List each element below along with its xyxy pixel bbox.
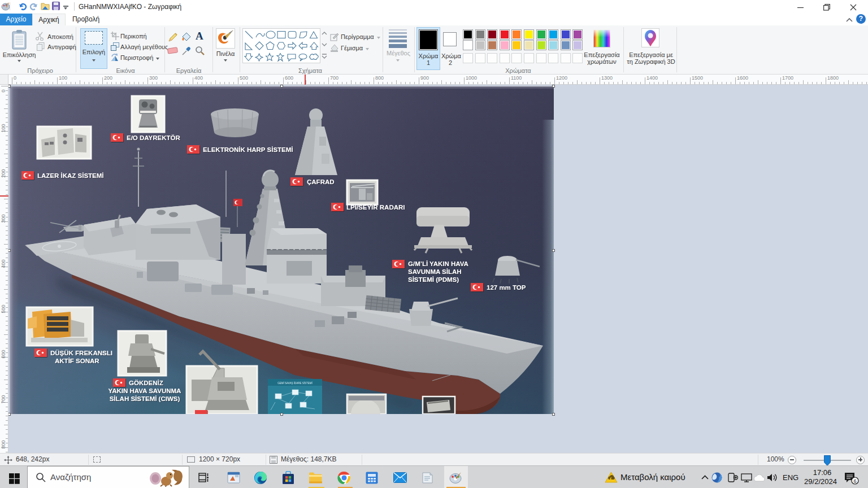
svg-text:SİLAH SİSTEMİ (CIWS): SİLAH SİSTEMİ (CIWS)	[110, 395, 180, 402]
svg-text:GEMİ SAVAŞ İDARE SİSTEMİ: GEMİ SAVAŞ İDARE SİSTEMİ	[277, 381, 312, 385]
svg-text:G/MʼLİ YAKIN HAVA: G/MʼLİ YAKIN HAVA	[408, 260, 468, 267]
svg-text:AKTİF SONAR: AKTİF SONAR	[55, 358, 99, 364]
svg-text:6: 6	[853, 478, 856, 484]
svg-text:SAVUNMA SİLAH: SAVUNMA SİLAH	[408, 268, 462, 275]
svg-text:E/O DAYREKTÖR: E/O DAYREKTÖR	[127, 134, 180, 141]
svg-text:GÖKDENİZ: GÖKDENİZ	[129, 380, 163, 386]
svg-text:YAKIN HAVA SAVUNMA: YAKIN HAVA SAVUNMA	[108, 387, 181, 394]
svg-text:DÜŞÜK FREKANSLI: DÜŞÜK FREKANSLI	[50, 350, 112, 356]
svg-text:SİSTEMİ (PDMS): SİSTEMİ (PDMS)	[408, 276, 459, 283]
svg-text:ELEKTRONİK HARP SİSTEMİ: ELEKTRONİK HARP SİSTEMİ	[203, 146, 293, 153]
svg-text:LAZER İKAZ SİSTEMİ: LAZER İKAZ SİSTEMİ	[37, 172, 104, 179]
svg-text:127 mm TOP: 127 mm TOP	[487, 284, 526, 291]
svg-text:LPI/SEYİR RADARI: LPI/SEYİR RADARI	[346, 204, 405, 211]
svg-text:ÇAFRAD: ÇAFRAD	[307, 178, 335, 185]
